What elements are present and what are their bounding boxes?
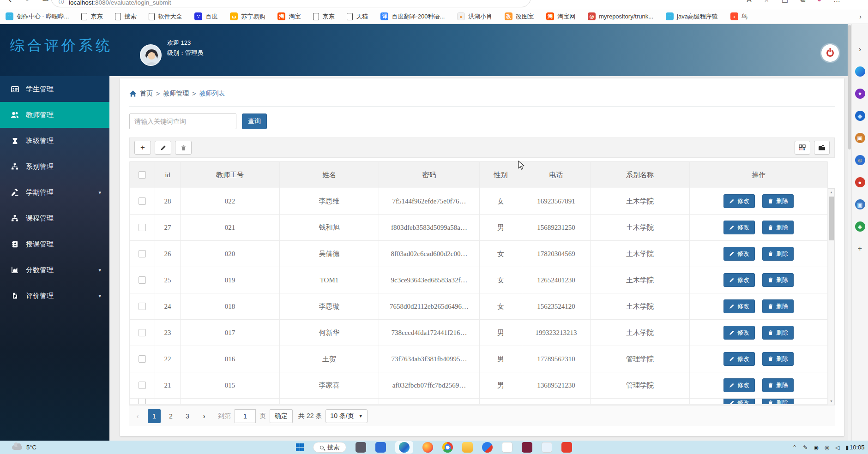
back-icon[interactable]: ‹ [8,0,12,6]
browser-scrollbar-thumb[interactable] [848,25,851,149]
export-button[interactable] [814,141,830,155]
row-checkbox[interactable] [139,382,146,389]
chrome-icon[interactable] [442,442,453,453]
browser-scrollbar[interactable] [848,24,851,441]
goto-page-input[interactable] [235,409,256,423]
page-button-2[interactable]: 2 [164,409,177,423]
file-explorer-icon[interactable] [462,442,473,453]
row-checkbox[interactable] [139,399,146,405]
page-size-select[interactable]: 10 条/页 ▼ [326,409,367,423]
scrollbar-thumb[interactable] [829,197,834,240]
favorites-icon[interactable]: ☆ [764,0,770,4]
tray-person-icon[interactable]: ◉ [814,444,818,451]
bookmarks-overflow-icon[interactable]: › [859,12,862,20]
bookmark-item[interactable]: ˙˙创作中心 - 哔哩哔... [6,12,69,21]
screenshot-icon[interactable]: ▣ [855,199,865,209]
prev-page-button[interactable]: ‹ [131,409,144,423]
table-scrollbar[interactable]: ▲ ▼ [828,188,835,405]
sidebar-item-6[interactable]: 课程管理 [0,205,109,231]
row-edit-button[interactable]: 修改 [723,273,755,287]
row-edit-button[interactable]: 修改 [723,299,755,313]
page-button-3[interactable]: 3 [181,409,194,423]
bookmark-item[interactable]: 改改图宝 [505,12,534,21]
tree-icon[interactable]: ♣ [855,221,865,232]
row-checkbox[interactable] [139,250,146,257]
sidebar-item-3[interactable]: 班级管理 [0,128,109,154]
address-bar[interactable]: ⓘ localhost:8080/evaluate/login_submit [51,0,531,7]
page-button-1[interactable]: 1 [148,409,161,423]
logout-power-button[interactable] [821,44,839,62]
copilot-icon[interactable] [855,66,865,77]
row-delete-button[interactable]: 删除 [762,299,794,313]
next-page-button[interactable]: › [198,409,211,423]
bookmark-item[interactable]: 天猫 [347,12,368,21]
sidebar-item-2[interactable]: 教师管理 [0,102,109,128]
row-edit-button[interactable]: 修改 [723,326,755,340]
bookmark-item[interactable]: ω苏宁易购 [230,12,265,21]
sidebar-item-8[interactable]: 分数管理▾ [0,257,109,283]
settings-menu-icon[interactable]: … [833,0,840,4]
split-screen-icon[interactable]: ⬒ [782,0,788,4]
tray-expand-icon[interactable]: ⌃ [792,444,797,451]
bookmark-item[interactable]: ∵百度 [194,12,217,21]
firefox-icon[interactable] [422,442,433,453]
translate-icon[interactable]: A [747,0,752,4]
row-checkbox[interactable] [139,329,146,336]
bookmark-item[interactable]: ˙˙java高级程序猿 [666,12,718,21]
search-input[interactable] [129,114,236,129]
columns-toggle-button[interactable] [795,141,810,155]
app-blue-mail-icon[interactable] [375,442,386,453]
bookmark-item[interactable]: 搜索 [115,12,136,21]
edge-workspaces-icon[interactable]: ◆ [855,111,865,121]
scroll-up-icon[interactable]: ▲ [828,189,834,196]
bookmark-item[interactable]: 软件大全 [149,12,182,21]
edge-browser-icon[interactable] [399,442,410,453]
bookmark-item[interactable]: 译百度翻译-200种语... [380,12,445,21]
sidebar-item-4[interactable]: 系别管理 [0,154,109,179]
bookmark-item[interactable]: ◎myrepository/trunk... [588,12,653,20]
bookmark-item[interactable]: 淘淘宝网 [546,12,575,21]
shopping-icon[interactable]: ● [855,177,865,187]
tab-app-icon[interactable]: ▦ [42,0,49,6]
sidebar-item-9[interactable]: 评价管理▾ [0,283,109,309]
row-edit-button[interactable]: 修改 [723,221,755,234]
tray-volume-icon[interactable]: ◁ [835,444,839,451]
row-edit-button[interactable]: 修改 [723,352,755,366]
edit-button[interactable] [155,141,171,155]
bookmark-item[interactable]: 京东 [313,12,334,21]
row-delete-button[interactable]: 删除 [762,378,794,392]
delete-button[interactable] [175,141,192,155]
row-checkbox[interactable] [139,355,146,363]
start-button[interactable] [296,443,304,451]
row-delete-button[interactable]: 删除 [762,221,794,234]
row-edit-button[interactable]: 修改 [723,194,755,208]
collections-icon[interactable]: ⧉ [800,0,805,4]
breadcrumb-teacher-mgmt[interactable]: 教师管理 [163,90,189,98]
avatar[interactable] [140,44,162,66]
bookmark-item[interactable]: »洪湖小肖 [457,12,492,21]
weather-widget[interactable]: 5°C [12,444,36,451]
bookmark-item[interactable]: 淘淘宝 [277,12,301,21]
breadcrumb-teacher-list[interactable]: 教师列表 [199,90,225,98]
profile-avatar-icon[interactable]: ● [817,0,821,4]
games-icon[interactable]: ☺ [855,155,865,165]
app-dark-icon[interactable] [356,442,366,453]
row-checkbox[interactable] [139,303,146,310]
row-checkbox[interactable] [139,276,146,284]
row-edit-button[interactable]: 修改 [723,399,755,405]
reload-icon[interactable]: ↻ [24,0,30,6]
bookmark-item[interactable]: 京东 [81,12,102,21]
taskbar-search[interactable]: 搜索 [313,442,346,453]
scroll-down-icon[interactable]: ▼ [828,398,834,405]
row-delete-button[interactable]: 删除 [762,194,794,208]
row-edit-button[interactable]: 修改 [723,247,755,261]
app-maroon-icon[interactable] [522,442,532,453]
rail-collapse-icon[interactable]: › [855,44,865,54]
row-checkbox[interactable] [139,224,146,231]
app-red-v-icon[interactable] [561,442,572,453]
add-button[interactable]: + [134,141,151,155]
tray-battery-icon[interactable]: ▮ [845,444,849,451]
site-info-icon[interactable]: ⓘ [59,0,64,6]
sidebar-item-7[interactable]: 授课管理 [0,231,109,257]
tray-pen-icon[interactable]: ✎ [803,444,808,451]
